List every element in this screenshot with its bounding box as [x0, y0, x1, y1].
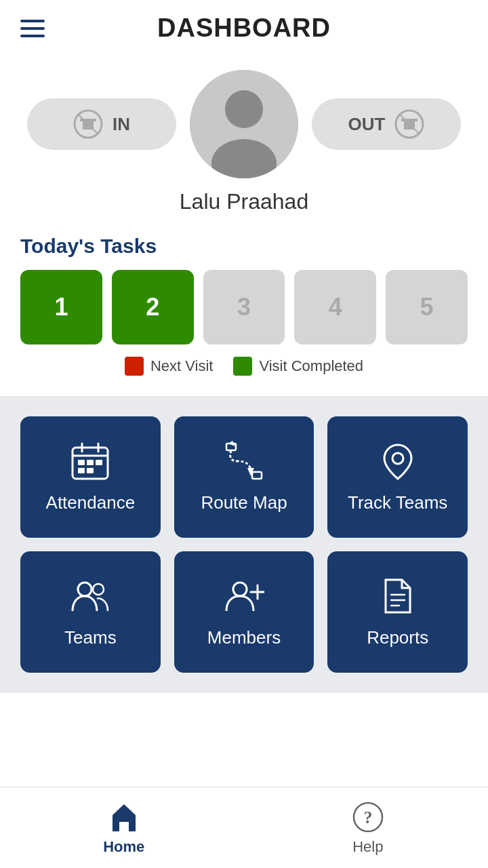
teams-label: Teams [64, 627, 117, 648]
camera-out-icon [394, 109, 424, 139]
track-teams-card[interactable]: Track Teams [327, 416, 468, 538]
task-3[interactable]: 3 [203, 270, 285, 344]
calendar-icon [70, 441, 110, 481]
avatar [190, 70, 298, 178]
out-label: OUT [348, 114, 386, 135]
home-label: Home [103, 838, 144, 856]
document-icon [378, 576, 418, 616]
svg-rect-12 [87, 460, 94, 465]
dashboard-grid: Attendance Route Map Track Teams [0, 396, 488, 693]
track-teams-label: Track Teams [348, 492, 447, 513]
help-icon: ? [351, 800, 385, 834]
profile-name: Lalu Praahad [180, 189, 308, 214]
task-1[interactable]: 1 [20, 270, 102, 344]
grid-row-1: Attendance Route Map Track Teams [20, 416, 468, 538]
reports-label: Reports [367, 627, 428, 648]
avatar-icon [190, 70, 298, 178]
svg-rect-15 [87, 468, 94, 473]
svg-rect-11 [78, 460, 85, 465]
grid-row-2: Teams Members Reports [20, 551, 468, 673]
svg-rect-14 [78, 468, 85, 473]
location-icon [378, 441, 418, 481]
legend-green-box [233, 357, 252, 376]
group-icon [70, 576, 110, 616]
task-2[interactable]: 2 [112, 270, 194, 344]
legend-completed-label: Visit Completed [259, 357, 363, 375]
svg-point-3 [225, 90, 263, 128]
legend-red-box [125, 357, 144, 376]
dashboard-title: DASHBOARD [157, 14, 331, 43]
attendance-label: Attendance [46, 492, 136, 513]
nav-home[interactable]: Home [103, 800, 144, 856]
clock-in-button[interactable]: IN [27, 98, 176, 150]
reports-card[interactable]: Reports [327, 551, 468, 673]
hamburger-menu[interactable] [20, 20, 45, 37]
bottom-nav: Home ? Help [0, 787, 488, 868]
legend-next-visit: Next Visit [125, 357, 214, 376]
svg-rect-13 [96, 460, 102, 465]
help-label: Help [352, 838, 383, 856]
svg-point-22 [93, 584, 104, 595]
tasks-title: Today's Tasks [20, 235, 468, 258]
members-card[interactable]: Members [174, 551, 314, 673]
task-5[interactable]: 5 [386, 270, 468, 344]
legend-next-visit-label: Next Visit [150, 357, 214, 375]
route-icon [224, 441, 264, 481]
clock-out-button[interactable]: OUT [312, 98, 461, 150]
add-person-icon [224, 576, 264, 616]
in-label: IN [113, 114, 130, 135]
svg-point-20 [392, 453, 403, 464]
teams-card[interactable]: Teams [20, 551, 161, 673]
tasks-section: Today's Tasks 1 2 3 4 5 Next Visit Visit… [0, 221, 488, 382]
route-map-card[interactable]: Route Map [174, 416, 314, 538]
svg-point-23 [233, 583, 247, 596]
route-map-label: Route Map [201, 492, 287, 513]
svg-text:?: ? [363, 808, 372, 827]
nav-help[interactable]: ? Help [351, 800, 385, 856]
legend: Next Visit Visit Completed [20, 357, 468, 376]
camera-in-icon [73, 109, 103, 139]
task-4[interactable]: 4 [294, 270, 376, 344]
profile-row: IN OUT [20, 70, 468, 178]
svg-point-21 [78, 583, 92, 596]
legend-visit-completed: Visit Completed [233, 357, 363, 376]
svg-rect-17 [252, 472, 262, 479]
attendance-card[interactable]: Attendance [20, 416, 161, 538]
profile-section: IN OUT Lalu Praahad [0, 56, 488, 221]
tasks-grid: 1 2 3 4 5 [20, 270, 468, 344]
members-label: Members [207, 627, 281, 648]
header: DASHBOARD [0, 0, 488, 56]
home-icon [107, 800, 141, 834]
